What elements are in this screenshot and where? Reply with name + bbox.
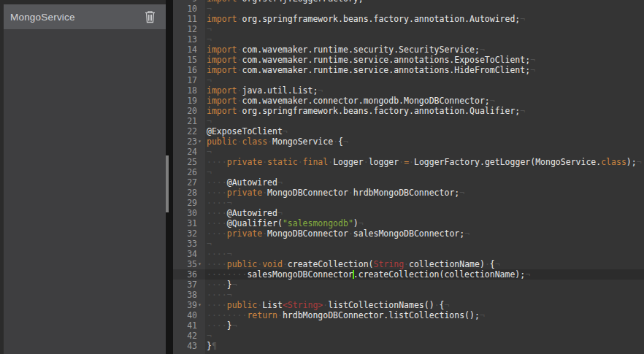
line-number[interactable]: 10	[173, 4, 197, 14]
line-number[interactable]: 32	[173, 228, 197, 239]
code-line-text: ····}¬	[207, 320, 237, 331]
line-number[interactable]: 43	[173, 341, 197, 351]
line-number[interactable]: 14	[173, 45, 197, 55]
line-number[interactable]: 27	[173, 177, 197, 188]
line-number[interactable]: 21	[173, 116, 197, 126]
code-line[interactable]: 14import·com.wavemaker.runtime.security.…	[173, 45, 644, 55]
line-number[interactable]: 29	[173, 198, 197, 208]
code-line-text: ····@Qualifier("salesmongodb")¬	[207, 218, 364, 228]
line-number[interactable]: 28	[173, 188, 197, 198]
code-line-text: import·com.wavemaker.runtime.security.Se…	[207, 45, 485, 55]
code-line-text: import·com.wavemaker.runtime.service.ann…	[207, 55, 535, 65]
line-number[interactable]: 17	[173, 75, 197, 85]
line-number[interactable]: 38	[173, 290, 197, 300]
code-line-text: ····@Autowired¬	[207, 208, 283, 218]
line-number[interactable]: 36	[173, 269, 197, 280]
code-editor[interactable]: 9import·org.slf4j.LoggerFactory;¬10¬11im…	[173, 0, 644, 354]
line-number[interactable]: 41	[173, 320, 197, 331]
line-number[interactable]: 15	[173, 55, 197, 65]
code-line[interactable]: 17¬	[173, 75, 644, 85]
code-line-text: import·com.wavemaker.connector.mongodb.M…	[207, 96, 495, 106]
code-line[interactable]: 12¬	[173, 24, 644, 34]
line-number[interactable]: 35	[173, 259, 197, 269]
code-line[interactable]: 27····@Autowired¬	[173, 177, 644, 188]
code-line[interactable]: 37····}¬	[173, 280, 644, 290]
line-number[interactable]: 16	[173, 65, 197, 75]
code-line-text: ¬	[207, 4, 212, 14]
code-line[interactable]: 16import·com.wavemaker.runtime.service.a…	[173, 65, 644, 75]
line-number[interactable]: 37	[173, 280, 197, 290]
code-line-text: ····¬	[207, 290, 232, 300]
code-line[interactable]: 34····¬	[173, 249, 644, 259]
code-line-text: ········salesMongoDBConnector.createColl…	[207, 269, 530, 280]
code-line[interactable]: 20import·org.springframework.beans.facto…	[173, 106, 644, 116]
code-line-text: ····¬	[207, 249, 232, 259]
code-line-text: import·org.springframework.beans.factory…	[207, 14, 525, 24]
service-name-label: MongoService	[10, 12, 75, 23]
line-number[interactable]: 25	[173, 157, 197, 167]
line-number[interactable]: 11	[173, 14, 197, 24]
code-line[interactable]: 36········salesMongoDBConnector.createCo…	[173, 269, 644, 280]
code-line[interactable]: 33¬	[173, 239, 644, 249]
code-line[interactable]: 43}¶	[173, 341, 644, 351]
code-line[interactable]: 28····private·MongoDBConnector·hrdbMongo…	[173, 188, 644, 198]
code-line[interactable]: 26¬	[173, 167, 644, 177]
line-number[interactable]: 34	[173, 249, 197, 259]
line-number[interactable]: 31	[173, 218, 197, 228]
code-line[interactable]: 39▾····public·List<String>·listCollectio…	[173, 300, 644, 310]
code-line-text: public·class·MongoService·{¬	[207, 136, 348, 147]
code-line-text: import·com.wavemaker.runtime.service.ann…	[207, 65, 535, 75]
code-line[interactable]: 35▾····public·void·createCollection(Stri…	[173, 259, 644, 269]
code-line-text: ¬	[207, 331, 212, 341]
code-line-text: ····@Autowired¬	[207, 177, 283, 188]
line-number[interactable]: 26	[173, 167, 197, 177]
code-line-text: ¬	[207, 34, 212, 45]
code-line[interactable]: 18import·java.util.List;¬	[173, 85, 644, 96]
scrollbar-thumb[interactable]	[166, 155, 169, 212]
code-line[interactable]: 32····private·MongoDBConnector·salesMong…	[173, 228, 644, 239]
line-number[interactable]: 42	[173, 331, 197, 341]
line-number[interactable]: 40	[173, 310, 197, 320]
delete-service-button[interactable]	[142, 9, 157, 24]
line-number[interactable]: 20	[173, 106, 197, 116]
code-line[interactable]: 25····private·static·final·Logger·logger…	[173, 157, 644, 167]
code-line[interactable]: 15import·com.wavemaker.runtime.service.a…	[173, 55, 644, 65]
line-number[interactable]: 19	[173, 96, 197, 106]
line-number[interactable]: 30	[173, 208, 197, 218]
code-line-text: ¬	[207, 239, 212, 249]
code-line-text: @ExposeToClient¬	[207, 126, 288, 136]
fold-toggle-icon[interactable]: ▾	[198, 300, 202, 310]
code-line-text: ····private·static·final·Logger·logger·=…	[207, 157, 642, 167]
fold-toggle-icon[interactable]: ▾	[198, 136, 202, 147]
code-line[interactable]: 38····¬	[173, 290, 644, 300]
fold-toggle-icon[interactable]: ▾	[198, 259, 202, 269]
panel-divider[interactable]	[166, 0, 173, 354]
code-line[interactable]: 24¬	[173, 147, 644, 157]
code-line-text: ¬	[207, 147, 212, 157]
sidebar-item-mongoservice[interactable]: MongoService	[4, 4, 166, 29]
code-line[interactable]: 41····}¬	[173, 320, 644, 331]
code-line[interactable]: 40········return·hrdbMongoDBConnector.li…	[173, 310, 644, 320]
code-line-text: ····private·MongoDBConnector·hrdbMongoDB…	[207, 188, 464, 198]
code-line-text: ····private·MongoDBConnector·salesMongoD…	[207, 228, 469, 239]
code-line[interactable]: 13¬	[173, 34, 644, 45]
code-line[interactable]: 30····@Autowired¬	[173, 208, 644, 218]
code-line-text: ····}¬	[207, 280, 237, 290]
line-number[interactable]: 18	[173, 85, 197, 96]
line-number[interactable]: 23	[173, 136, 197, 147]
line-number[interactable]: 22	[173, 126, 197, 136]
code-line[interactable]: 42¬	[173, 331, 644, 341]
code-line[interactable]: 19import·com.wavemaker.connector.mongodb…	[173, 96, 644, 106]
line-number[interactable]: 13	[173, 34, 197, 45]
line-number[interactable]: 24	[173, 147, 197, 157]
code-line[interactable]: 22@ExposeToClient¬	[173, 126, 644, 136]
line-number[interactable]: 33	[173, 239, 197, 249]
code-line[interactable]: 11import·org.springframework.beans.facto…	[173, 14, 644, 24]
code-line[interactable]: 31····@Qualifier("salesmongodb")¬	[173, 218, 644, 228]
code-line[interactable]: 10¬	[173, 4, 644, 14]
code-line[interactable]: 21¬	[173, 116, 644, 126]
line-number[interactable]: 39	[173, 300, 197, 310]
code-line[interactable]: 23▾public·class·MongoService·{¬	[173, 136, 644, 147]
code-line[interactable]: 29····¬	[173, 198, 644, 208]
line-number[interactable]: 12	[173, 24, 197, 34]
